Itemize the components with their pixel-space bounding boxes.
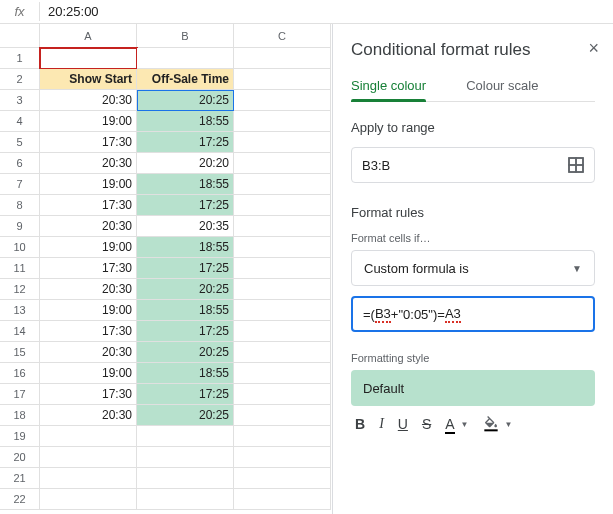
cell[interactable]: 20:25 [137,90,234,111]
cell[interactable] [137,426,234,447]
cell[interactable] [234,363,331,384]
cell[interactable] [234,216,331,237]
cell[interactable]: 20:25 [137,405,234,426]
cell[interactable]: 17:30 [40,195,137,216]
cell[interactable]: 17:30 [40,132,137,153]
cell[interactable] [234,384,331,405]
rule-type-select[interactable]: Custom formula is ▼ [351,250,595,286]
cell[interactable]: 17:30 [40,321,137,342]
row-header[interactable]: 3 [0,90,40,111]
custom-formula-input[interactable]: =(B3+"0:05")=A3 [351,296,595,332]
row-header[interactable]: 18 [0,405,40,426]
cell[interactable] [234,132,331,153]
row-header[interactable]: 6 [0,153,40,174]
cell[interactable]: 17:30 [40,258,137,279]
close-icon[interactable]: × [588,38,599,59]
cell[interactable]: 19:00 [40,111,137,132]
cell[interactable]: 17:25 [137,321,234,342]
text-color-button[interactable]: A [445,416,454,432]
column-header[interactable]: C [234,24,331,48]
cell[interactable] [234,489,331,510]
spreadsheet-grid[interactable]: ABC12Show StartOff-Sale Time320:3020:254… [0,24,333,514]
cell[interactable]: 20:30 [40,342,137,363]
row-header[interactable]: 15 [0,342,40,363]
cell[interactable]: 18:55 [137,237,234,258]
row-header[interactable]: 10 [0,237,40,258]
cell[interactable]: 20:30 [40,279,137,300]
column-header[interactable]: B [137,24,234,48]
cell[interactable]: 18:55 [137,174,234,195]
cell[interactable]: 17:30 [40,384,137,405]
cell[interactable]: 18:55 [137,363,234,384]
header-cell[interactable]: Off-Sale Time [137,69,234,90]
row-header[interactable]: 11 [0,258,40,279]
cell[interactable] [137,48,234,69]
underline-button[interactable]: U [398,416,408,432]
cell[interactable] [234,153,331,174]
cell[interactable] [234,90,331,111]
cell[interactable]: 19:00 [40,300,137,321]
corner-cell[interactable] [0,24,40,48]
cell[interactable] [40,447,137,468]
cell[interactable]: 17:25 [137,258,234,279]
cell[interactable] [234,174,331,195]
cell[interactable] [234,447,331,468]
cell[interactable]: 20:25 [137,342,234,363]
row-header[interactable]: 7 [0,174,40,195]
cell[interactable]: 17:25 [137,384,234,405]
cell[interactable]: 19:00 [40,363,137,384]
cell[interactable] [234,468,331,489]
cell[interactable] [137,447,234,468]
tab-single-colour[interactable]: Single colour [351,78,426,101]
column-header[interactable]: A [40,24,137,48]
chevron-down-icon[interactable]: ▼ [505,420,513,429]
tab-colour-scale[interactable]: Colour scale [466,78,538,101]
italic-button[interactable]: I [379,416,384,432]
cell[interactable]: 18:55 [137,300,234,321]
cell[interactable]: 20:35 [137,216,234,237]
cell[interactable] [234,405,331,426]
cell[interactable] [234,48,331,69]
cell[interactable] [234,111,331,132]
row-header[interactable]: 21 [0,468,40,489]
cell[interactable] [234,237,331,258]
cell[interactable] [234,342,331,363]
formula-bar-value[interactable]: 20:25:00 [40,4,99,19]
row-header[interactable]: 5 [0,132,40,153]
chevron-down-icon[interactable]: ▼ [461,420,469,429]
cell[interactable] [40,426,137,447]
cell[interactable] [234,279,331,300]
row-header[interactable]: 16 [0,363,40,384]
cell[interactable] [234,195,331,216]
row-header[interactable]: 8 [0,195,40,216]
cell[interactable]: 17:25 [137,132,234,153]
row-header[interactable]: 12 [0,279,40,300]
cell[interactable]: 19:00 [40,237,137,258]
cell[interactable] [40,468,137,489]
cell[interactable] [234,426,331,447]
cell[interactable]: 20:30 [40,216,137,237]
cell[interactable] [137,468,234,489]
cell[interactable]: 20:30 [40,90,137,111]
cell[interactable] [234,258,331,279]
cell[interactable]: 20:30 [40,153,137,174]
range-input[interactable]: B3:B [351,147,595,183]
cell[interactable] [137,489,234,510]
row-header[interactable]: 17 [0,384,40,405]
header-cell[interactable]: Show Start [40,69,137,90]
cell[interactable] [40,489,137,510]
row-header[interactable]: 1 [0,48,40,69]
strikethrough-button[interactable]: S [422,416,431,432]
row-header[interactable]: 9 [0,216,40,237]
cell[interactable] [234,69,331,90]
row-header[interactable]: 14 [0,321,40,342]
cell[interactable]: 17:25 [137,195,234,216]
cell[interactable] [234,300,331,321]
cell[interactable]: 19:00 [40,174,137,195]
cell[interactable]: 20:20 [137,153,234,174]
row-header[interactable]: 4 [0,111,40,132]
cell[interactable] [234,321,331,342]
row-header[interactable]: 13 [0,300,40,321]
cell[interactable]: 20:25 [137,279,234,300]
fill-color-button[interactable] [483,416,499,432]
